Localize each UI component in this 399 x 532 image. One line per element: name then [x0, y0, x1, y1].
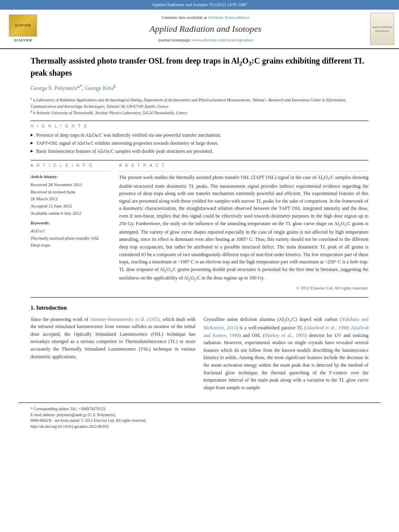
page-footer: * Corresponding author. Tel.: +306974470… [19, 403, 380, 433]
elsevier-logo-image: ELSEVIER [9, 14, 37, 37]
akselrod1990-link[interactable]: Akselrod et al., 1990 [306, 325, 348, 331]
affiliations: a a Laboratory of Radiation Applications… [31, 97, 368, 116]
info-divider [31, 171, 111, 171]
keyword2: Thermally assisted photo transfer OSL [31, 236, 99, 240]
highlight-item: Presence of deep traps in Al₂O₃:C was in… [31, 132, 368, 139]
intro-col-right: Crystalline anion deficient alumina (Al2… [204, 316, 368, 395]
copyright-text: © 2012 Elsevier Ltd. All rights reserved… [119, 285, 368, 292]
abstract-divider [119, 171, 368, 171]
footer-doi: http://dx.doi.org/10.1016/j.apradiso.201… [31, 424, 109, 429]
contents-available-text: Contents lists available at [162, 15, 207, 20]
article-title: Thermally assisted photo transfer OSL fr… [31, 55, 368, 78]
received-date: Received 28 November 2011 [31, 182, 82, 187]
keywords-title: Keywords: [31, 220, 111, 226]
keywords-list: Al₂O₃:C Thermally assisted photo transfe… [31, 228, 111, 249]
affiliation-a: a Laboratory of Radiation Applications a… [31, 98, 346, 109]
highlights-list: Presence of deep traps in Al₂O₃:C was in… [31, 132, 368, 155]
footnote-corresponding: * Corresponding author. Tel.: +306974470… [31, 407, 106, 411]
abstract-header: A B S T R A C T [119, 163, 368, 169]
footer-issn: 0969-8043/$ - see front matter © 2012 El… [31, 418, 146, 423]
abstract-text: The present work studies the thermally a… [119, 174, 368, 283]
footer-line4: http://dx.doi.org/10.1016/j.apradiso.201… [31, 424, 368, 430]
authors-line: George S. Polymerisa,*, George Kitisb [31, 84, 368, 92]
section-number: 1. [31, 305, 35, 311]
citation-text: Applied Radiation and Isotopes 70 (2012)… [152, 2, 247, 7]
section-title: 1. Introduction [31, 304, 368, 312]
journal-header: ELSEVIER ELSEVIER Contents lists availab… [0, 10, 399, 49]
article-info-abstract-section: A R T I C L E I N F O Article history: R… [31, 163, 368, 292]
journal-cover-image: Applied Radiation and Isotopes [370, 13, 394, 45]
highlight-item: TAPT-OSL signal of Al₂O₃:C exhibits inte… [31, 140, 368, 147]
divider-article-info [31, 160, 368, 160]
elsevier-text: ELSEVIER [5, 38, 41, 43]
sciverse-link[interactable]: SciVerse ScienceDirect [208, 15, 249, 20]
journal-homepage: journal homepage: www.elsevier.com/locat… [41, 37, 370, 43]
journal-citation-bar: Applied Radiation and Isotopes 70 (2012)… [0, 0, 399, 10]
author2-affil: b [114, 84, 116, 88]
highlights-header: H I G H L I G H T S [31, 123, 368, 129]
footer-line1: * Corresponding author. Tel.: +306974470… [31, 406, 368, 412]
cover-label: Applied Radiation and Isotopes [372, 25, 393, 33]
markey-link[interactable]: Markey et al., 1995 [265, 333, 305, 338]
affiliation-b: b Aristotle University of Thessaloniki, … [33, 111, 188, 115]
journal-header-center: Contents lists available at SciVerse Sci… [41, 14, 370, 43]
available-date: Available online 6 July 2012 [31, 211, 81, 216]
homepage-label: journal homepage: [158, 37, 191, 42]
revised-label: Received in revised form [31, 189, 75, 194]
highlight-item: Basic luminescence features of Al₂O₃:C s… [31, 148, 368, 155]
keywords-section: Keywords: Al₂O₃:C Thermally assisted pho… [31, 220, 111, 249]
intro-p1: Since the pioneering work of Antonov-Rom… [31, 316, 195, 361]
keyword1: Al₂O₃:C [31, 228, 45, 233]
intro-col-left: Since the pioneering work of Antonov-Rom… [31, 316, 195, 395]
keyword3: Deep traps [31, 242, 50, 247]
elsevier-logo: ELSEVIER ELSEVIER [5, 14, 41, 43]
divider-highlights-top [31, 121, 368, 121]
journal-title: Applied Radiation and Isotopes [41, 23, 370, 35]
author2-link[interactable]: George Kitis [85, 85, 114, 91]
intro-p2: Crystalline anion deficient alumina (Al2… [204, 316, 368, 392]
revised-date: 26 March 2012 [31, 196, 58, 201]
author1-affil: a,* [77, 84, 82, 88]
introduction-columns: Since the pioneering work of Antonov-Rom… [31, 316, 368, 395]
abstract-col: A B S T R A C T The present work studies… [119, 163, 368, 292]
article-info-col: A R T I C L E I N F O Article history: R… [31, 163, 111, 292]
author1-link[interactable]: George S. Polymeris [31, 85, 77, 91]
accepted-date: Accepted 12 June 2012 [31, 203, 72, 208]
contents-available-line: Contents lists available at SciVerse Sci… [41, 14, 370, 21]
article-dates: Received 28 November 2011 Received in re… [31, 181, 111, 217]
homepage-url[interactable]: www.elsevier.com/locate/apradiso [192, 37, 253, 42]
divider-body [31, 297, 368, 298]
footer-line3: 0969-8043/$ - see front matter © 2012 El… [31, 418, 368, 424]
footer-line2: E-mail address: polymers@auth.gr (G.S. P… [31, 412, 368, 418]
article-history-title: Article history: [31, 174, 111, 180]
introduction-section: 1. Introduction Since the pioneering wor… [31, 304, 368, 394]
main-content: Thermally assisted photo transfer OSL fr… [19, 49, 380, 403]
section-title-text: Introduction [36, 305, 67, 311]
footnote-email: E-mail address: polymers@auth.gr (G.S. P… [31, 413, 116, 417]
antonov-link[interactable]: Antonov-Romanovsky et al. (1955) [90, 316, 160, 322]
article-info-header: A R T I C L E I N F O [31, 163, 111, 169]
